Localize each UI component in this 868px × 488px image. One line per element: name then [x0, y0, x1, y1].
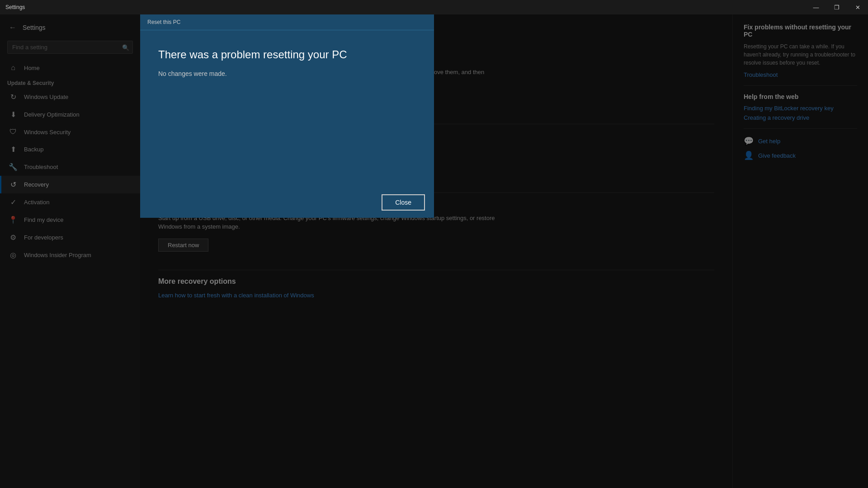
- overlay: Reset this PC There was a problem resett…: [0, 14, 868, 488]
- dialog: Reset this PC There was a problem resett…: [140, 14, 434, 218]
- dialog-titlebar: Reset this PC: [140, 14, 434, 30]
- close-dialog-button[interactable]: Close: [382, 194, 425, 211]
- titlebar: Settings — ❐ ✕: [0, 0, 868, 14]
- dialog-subtitle: No changes were made.: [158, 70, 416, 77]
- dialog-footer: Close: [140, 187, 434, 218]
- titlebar-title: Settings: [5, 4, 25, 10]
- dialog-content: There was a problem resetting your PC No…: [140, 30, 434, 187]
- titlebar-left: Settings: [5, 4, 25, 10]
- minimize-button[interactable]: —: [806, 0, 826, 14]
- close-button[interactable]: ✕: [847, 0, 868, 14]
- titlebar-controls: — ❐ ✕: [806, 0, 868, 14]
- maximize-button[interactable]: ❐: [826, 0, 847, 14]
- dialog-main-title: There was a problem resetting your PC: [158, 48, 416, 61]
